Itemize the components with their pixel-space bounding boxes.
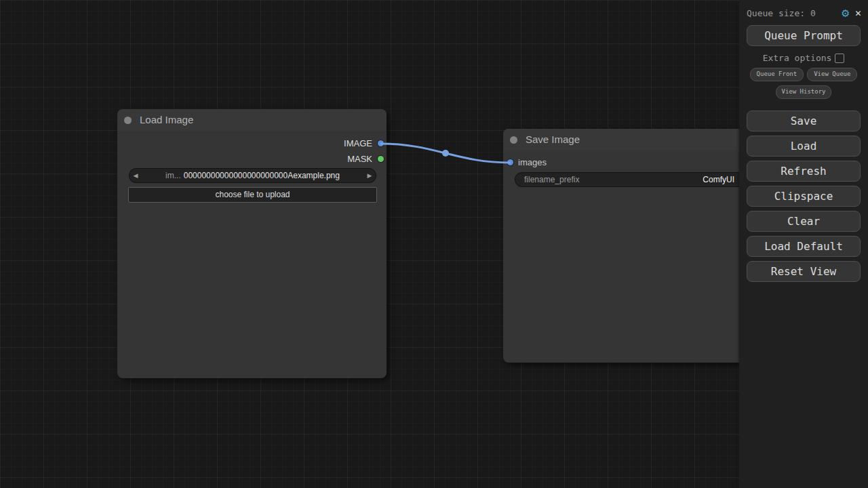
extra-options-label: Extra options <box>763 53 832 63</box>
queue-prompt-button[interactable]: Queue Prompt <box>747 25 861 46</box>
link-image-to-images <box>380 144 511 163</box>
view-queue-button[interactable]: View Queue <box>807 68 857 81</box>
save-button[interactable]: Save <box>747 110 861 131</box>
combo-widget-value: 00000000000000000000000Aexample.png <box>184 171 340 180</box>
queue-size-label: Queue size: 0 <box>747 8 842 18</box>
collapse-dot-icon[interactable] <box>510 136 517 144</box>
collapse-dot-icon[interactable] <box>124 117 132 124</box>
input-label-images: images <box>518 157 547 167</box>
node-load-image[interactable]: Load Image IMAGE MASK ◀ im...00000000000… <box>117 109 387 378</box>
clipspace-button[interactable]: Clipspace <box>747 186 861 207</box>
choose-file-button[interactable]: choose file to upload <box>128 187 377 203</box>
graph-canvas[interactable]: Load Image IMAGE MASK ◀ im...00000000000… <box>0 0 868 488</box>
extra-options-row: Extra options <box>739 53 868 63</box>
queue-actions-row: Queue Front View Queue <box>739 68 868 81</box>
comfy-menu: Queue size: 0 ⚙ ✕ Queue Prompt Extra opt… <box>739 0 868 488</box>
queue-header-row: Queue size: 0 ⚙ ✕ <box>739 0 868 19</box>
node-save-image[interactable]: Save Image images filename_prefix ComfyU… <box>503 129 774 363</box>
refresh-button[interactable]: Refresh <box>747 161 861 182</box>
node-title: Load Image <box>140 109 193 131</box>
settings-gear-icon[interactable]: ⚙ <box>842 7 849 19</box>
link-midpoint-dot <box>442 150 449 157</box>
close-icon[interactable]: ✕ <box>855 8 861 18</box>
filename-prefix-widget[interactable]: filename_prefix ComfyUI <box>515 172 763 187</box>
widget-label: filename_prefix <box>515 175 703 184</box>
output-dot-mask[interactable] <box>378 156 384 162</box>
input-slot-images: images <box>503 156 547 169</box>
output-dot-image[interactable] <box>378 140 384 146</box>
reset-view-button[interactable]: Reset View <box>747 261 861 282</box>
output-label-image: IMAGE <box>344 138 372 148</box>
combo-right-arrow-icon[interactable]: ▶ <box>363 172 376 179</box>
output-label-mask: MASK <box>347 154 372 164</box>
load-default-button[interactable]: Load Default <box>747 236 861 257</box>
node-title-bar[interactable]: Load Image <box>117 109 387 131</box>
output-slot-image: IMAGE <box>117 137 387 150</box>
queue-front-button[interactable]: Queue Front <box>750 68 804 81</box>
combo-left-arrow-icon[interactable]: ◀ <box>129 172 142 179</box>
combo-text: im...00000000000000000000000Aexample.png <box>142 171 363 180</box>
load-button[interactable]: Load <box>747 136 861 157</box>
extra-options-checkbox[interactable] <box>835 54 844 63</box>
image-combo-widget[interactable]: ◀ im...00000000000000000000000Aexample.p… <box>129 168 376 183</box>
input-dot-images[interactable] <box>507 159 513 165</box>
output-slot-mask: MASK <box>117 152 387 166</box>
view-history-button[interactable]: View History <box>776 85 831 99</box>
node-title: Save Image <box>526 129 580 150</box>
menu-button-stack: Save Load Refresh Clipspace Clear Load D… <box>739 110 868 282</box>
node-title-bar[interactable]: Save Image <box>503 129 774 150</box>
clear-button[interactable]: Clear <box>747 211 861 232</box>
combo-widget-label: im... <box>165 171 181 180</box>
